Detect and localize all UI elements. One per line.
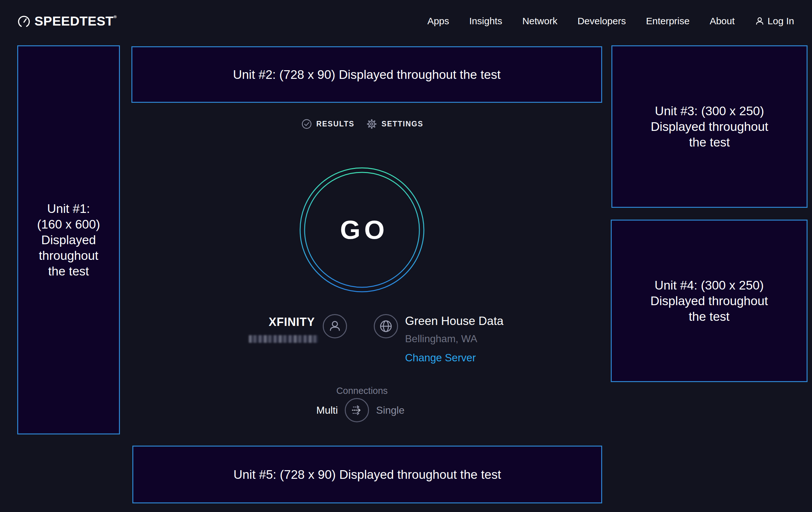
nav-item-about[interactable]: About: [709, 16, 734, 26]
speedtest-gauge-icon: [17, 15, 31, 28]
ad-unit-5-leaderboard: Unit #5: (728 x 90) Displayed throughout…: [133, 446, 602, 503]
tab-settings[interactable]: SETTINGS: [367, 119, 423, 129]
change-server-link[interactable]: Change Server: [405, 352, 503, 364]
server-name: Green House Data: [405, 315, 503, 328]
server-globe-badge: [374, 314, 398, 339]
user-icon: [755, 16, 764, 26]
settings-tab-label: SETTINGS: [381, 120, 423, 128]
server-location: Bellingham, WA: [405, 333, 503, 345]
nav-item-insights[interactable]: Insights: [469, 16, 502, 26]
ad-unit-1-skyscraper: Unit #1: (160 x 600) Displayed throughou…: [17, 45, 120, 434]
check-circle-icon: [301, 119, 312, 129]
gear-icon: [367, 119, 377, 129]
speedtest-logo[interactable]: SPEEDTEST®: [17, 14, 117, 28]
nav-item-enterprise[interactable]: Enterprise: [646, 16, 690, 26]
connections-multi-option[interactable]: Multi: [316, 404, 338, 416]
nav-item-apps[interactable]: Apps: [427, 16, 449, 26]
redacted-ip-text: [249, 335, 318, 343]
login-label: Log In: [768, 16, 794, 26]
go-button-label: GO: [299, 167, 425, 292]
multi-connections-arrows-icon: [349, 403, 365, 418]
results-tab-label: RESULTS: [316, 120, 355, 128]
connections-label: Connections: [0, 385, 724, 396]
connections-single-option[interactable]: Single: [376, 404, 404, 416]
ad-unit-2-leaderboard: Unit #2: (728 x 90) Displayed throughout…: [132, 46, 602, 103]
globe-icon: [379, 319, 393, 333]
connections-toggle-row: Multi Single: [0, 398, 721, 422]
ad-unit-4-rectangle: Unit #4: (300 x 250) Displayed throughou…: [611, 220, 808, 382]
tab-results[interactable]: RESULTS: [301, 119, 355, 129]
nav-item-developers[interactable]: Developers: [578, 16, 626, 26]
nav-item-network[interactable]: Network: [522, 16, 557, 26]
results-settings-tabs: RESULTS: [0, 119, 725, 129]
isp-avatar: [323, 314, 347, 339]
top-navigation: Apps Insights Network Developers Enterpr…: [427, 0, 794, 42]
server-info: Green House Data Bellingham, WA Change S…: [405, 315, 503, 364]
login-button[interactable]: Log In: [755, 16, 794, 26]
connections-toggle-button[interactable]: [345, 398, 369, 422]
person-icon: [328, 319, 342, 333]
trademark-symbol: ®: [114, 15, 117, 19]
speedtest-page: SPEEDTEST® Apps Insights Network Develop…: [0, 0, 812, 512]
isp-name: XFINITY: [249, 315, 335, 329]
go-button[interactable]: GO: [299, 167, 425, 292]
logo-wordmark: SPEEDTEST®: [34, 14, 117, 28]
